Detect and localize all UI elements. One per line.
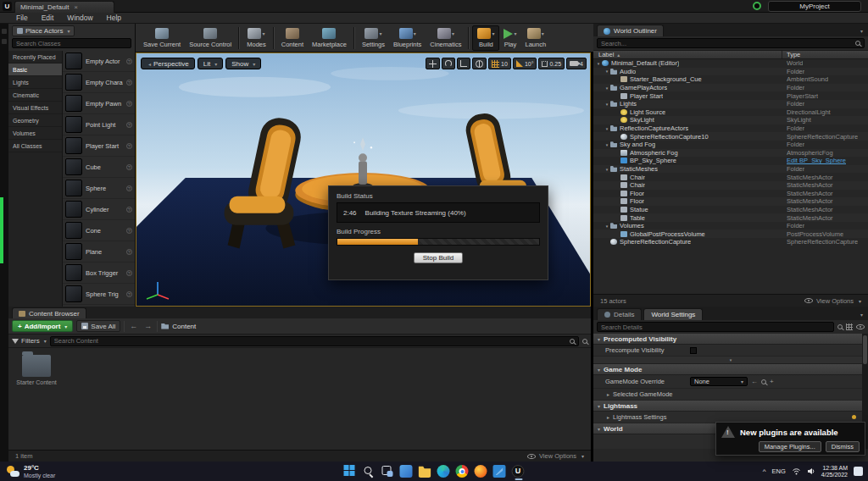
dropdown-caret-icon[interactable]: ▾ xyxy=(542,30,544,36)
edge-icon[interactable] xyxy=(437,465,450,478)
advanced-expander[interactable]: ▾ xyxy=(593,357,868,364)
outliner-search-input[interactable] xyxy=(597,38,865,48)
browse-icon[interactable] xyxy=(761,379,766,384)
expand-arrow-icon[interactable] xyxy=(604,86,610,91)
taskbar-search-icon[interactable] xyxy=(363,465,376,478)
close-tab-icon[interactable]: × xyxy=(74,3,78,11)
label-column-header[interactable]: Label xyxy=(593,51,614,58)
place-actors-category[interactable]: Cinematic xyxy=(8,89,62,102)
place-actor-item[interactable]: Cylinder xyxy=(63,199,135,220)
place-actors-category[interactable]: Geometry xyxy=(8,114,62,127)
chrome-icon[interactable] xyxy=(456,465,469,478)
level-viewport[interactable]: ◂ Perspective Lit ▾ Show ▾ 10 10° 0.25 4… xyxy=(136,53,591,307)
place-actor-item[interactable]: Plane xyxy=(63,241,135,263)
task-view-icon[interactable] xyxy=(381,465,394,478)
place-actor-item[interactable]: Empty Actor xyxy=(63,51,135,72)
menu-item[interactable]: File xyxy=(10,14,34,22)
property-row-selected-gamemode[interactable]: ▸ Selected GameMode xyxy=(593,389,868,401)
back-button[interactable]: ← xyxy=(128,322,139,330)
section-precomputed-visibility[interactable]: ▾ Precomputed Visibility xyxy=(593,334,868,345)
expand-arrow-icon[interactable] xyxy=(604,69,610,74)
place-actor-item[interactable]: Cube xyxy=(63,157,135,178)
outliner-column-header[interactable]: Label ▲ Type xyxy=(593,50,868,59)
outliner-row[interactable]: Volumes Folder xyxy=(593,222,868,230)
place-actors-category[interactable]: Lights xyxy=(8,76,62,89)
outliner-row[interactable]: SphereReflectionCapture10 SphereReflecti… xyxy=(593,132,868,141)
expand-arrow-icon[interactable] xyxy=(604,142,610,147)
place-actors-category[interactable]: All Classes xyxy=(8,140,62,152)
breadcrumb[interactable]: Content xyxy=(161,323,196,330)
place-actor-item[interactable]: Point Light xyxy=(63,114,135,135)
outliner-row[interactable]: SkyLight SkyLight xyxy=(593,116,868,124)
grid-snap-toggle[interactable]: 10 xyxy=(488,58,511,69)
column-divider[interactable] xyxy=(782,51,782,58)
dropdown-caret-icon[interactable]: ▾ xyxy=(452,30,454,36)
type-column-header[interactable]: Type xyxy=(787,51,800,58)
expand-arrow-icon[interactable] xyxy=(604,102,610,107)
outliner-row[interactable]: GlobalPostProcessVolume PostProcessVolum… xyxy=(593,229,868,238)
widgets-icon[interactable] xyxy=(400,465,413,478)
outliner-row[interactable]: Chair StaticMeshActor xyxy=(593,173,868,181)
outliner-row[interactable]: Floor StaticMeshActor xyxy=(593,190,868,198)
vscode-icon[interactable] xyxy=(493,465,506,478)
place-actor-item[interactable]: Cone xyxy=(63,220,135,241)
place-actors-mode-select[interactable]: Place Actors ▾ xyxy=(12,25,75,36)
unreal-editor-icon[interactable] xyxy=(512,465,525,478)
dropdown-caret-icon[interactable]: ▾ xyxy=(492,30,494,36)
panel-menu-icon[interactable]: ▾ xyxy=(860,28,863,34)
find-in-content-icon[interactable] xyxy=(582,339,587,344)
outliner-row[interactable]: Lights Folder xyxy=(593,100,868,108)
expand-arrow-icon[interactable]: ▸ xyxy=(607,414,609,420)
section-lightmass[interactable]: ▾ Lightmass xyxy=(593,401,868,412)
dismiss-button[interactable]: Dismiss xyxy=(826,441,860,452)
asset-grid[interactable]: Starter Content xyxy=(8,348,591,450)
expand-arrow-icon[interactable] xyxy=(604,126,610,131)
weather-widget[interactable]: 29°C Mostly clear xyxy=(0,464,62,479)
outliner-row[interactable]: Statue StaticMeshActor xyxy=(593,206,868,214)
expand-arrow-icon[interactable] xyxy=(604,224,610,229)
place-actor-item[interactable]: Player Start xyxy=(63,135,135,157)
volume-icon[interactable] xyxy=(807,467,815,475)
toolbar-button[interactable]: ▾ Blueprints xyxy=(389,25,426,51)
scale-snap-toggle[interactable]: 0.25 xyxy=(538,58,565,69)
outliner-row[interactable]: SphereReflectionCapture SphereReflection… xyxy=(593,238,868,246)
starter-content-folder[interactable]: Starter Content xyxy=(15,351,58,386)
toolbar-button[interactable]: Marketplace xyxy=(308,25,351,51)
outliner-row[interactable]: Table StaticMeshActor xyxy=(593,213,868,222)
level-tab[interactable]: Minimal_Default × xyxy=(14,1,114,13)
scale-tool-button[interactable] xyxy=(457,58,470,69)
scrollbar-thumb[interactable] xyxy=(863,335,867,364)
precompute-visibility-checkbox[interactable] xyxy=(690,347,697,354)
toolbar-button[interactable]: ▾ Cinematics xyxy=(426,25,465,51)
toolbar-button[interactable]: Save Current xyxy=(139,25,185,51)
details-search-input[interactable] xyxy=(597,322,834,332)
place-actor-item[interactable]: Sphere Trig xyxy=(63,284,135,305)
place-actors-search-input[interactable] xyxy=(12,38,131,48)
tab-world-outliner[interactable]: World Outliner xyxy=(597,25,664,36)
tab-content-browser[interactable]: Content Browser xyxy=(12,307,86,318)
translate-tool-button[interactable] xyxy=(426,58,440,69)
save-all-button[interactable]: Save All xyxy=(76,320,120,332)
outliner-row[interactable]: Chair StaticMeshActor xyxy=(593,181,868,190)
view-options-button[interactable]: View Options ▾ xyxy=(527,452,584,460)
menu-item[interactable]: Help xyxy=(101,14,127,22)
outliner-row[interactable]: Light Source DirectionalLight xyxy=(593,108,868,117)
dropdown-caret-icon[interactable]: ▾ xyxy=(262,30,264,36)
filters-button[interactable]: Filters ▾ xyxy=(12,337,47,345)
content-search-input[interactable] xyxy=(50,336,579,346)
use-selected-icon[interactable]: ← xyxy=(751,378,758,385)
panel-menu-icon[interactable]: ▾ xyxy=(860,312,863,318)
outliner-row[interactable]: BP_Sky_Sphere Edit BP_Sky_Sphere xyxy=(593,157,868,165)
world-local-toggle[interactable] xyxy=(472,58,487,69)
outliner-row[interactable]: Audio Folder xyxy=(593,68,868,76)
outliner-row[interactable]: Atmospheric Fog AtmosphericFog xyxy=(593,149,868,158)
outliner-row[interactable]: Minimal_Default (Editor) World xyxy=(593,59,868,68)
toolbar-button[interactable]: ▾ Build xyxy=(472,25,499,51)
outliner-row[interactable]: Player Start PlayerStart xyxy=(593,91,868,100)
expand-arrow-icon[interactable] xyxy=(604,167,610,172)
outliner-row[interactable]: StaticMeshes Folder xyxy=(593,165,868,174)
tab-world-settings[interactable]: World Settings xyxy=(643,308,703,320)
firefox-icon[interactable] xyxy=(475,465,487,478)
rotation-snap-toggle[interactable]: 10° xyxy=(513,58,537,69)
toolbar-button[interactable]: ▾ Play xyxy=(499,25,520,51)
